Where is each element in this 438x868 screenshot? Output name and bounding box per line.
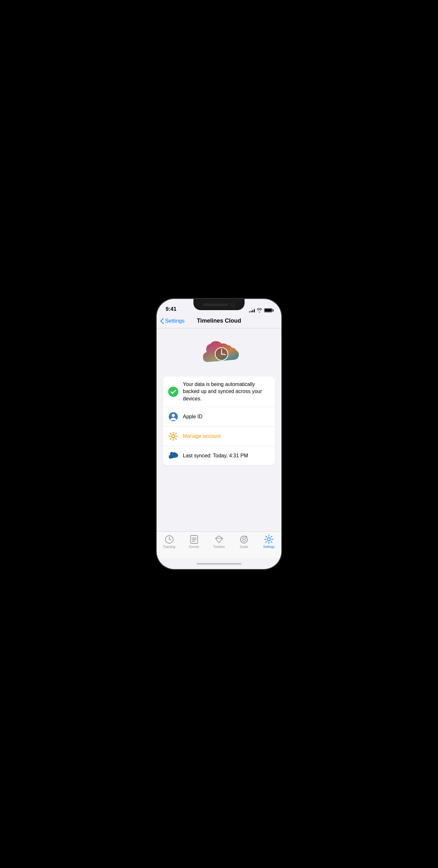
tab-bar: Tracking Events <box>157 531 281 558</box>
signal-bar-1 <box>249 311 250 312</box>
checkmark-icon <box>170 390 176 394</box>
signal-bar-3 <box>252 310 253 312</box>
cloud-clock-icon <box>200 338 241 370</box>
cloud-sync-icon <box>168 451 178 461</box>
goals-icon <box>239 535 248 544</box>
manage-account-label[interactable]: Manage account <box>183 433 221 439</box>
status-icons <box>249 308 272 312</box>
app-logo <box>200 338 238 367</box>
tracking-tab-label: Tracking <box>163 545 175 549</box>
gear-icon <box>168 431 178 441</box>
back-button[interactable]: Settings <box>161 318 184 324</box>
last-synced-text: Last synced: Today, 4:31 PM <box>183 452 248 459</box>
svg-line-9 <box>169 539 171 540</box>
tab-tracking[interactable]: Tracking <box>158 535 180 549</box>
svg-point-4 <box>221 353 222 354</box>
phone-frame: 9:41 <box>157 299 281 569</box>
signal-bar-4 <box>254 309 255 312</box>
manage-account-icon <box>168 431 178 441</box>
svg-point-17 <box>243 539 244 540</box>
timeline-icon <box>214 535 224 544</box>
signal-bars-icon <box>249 308 255 312</box>
settings-tab-label: Settings <box>263 545 275 549</box>
list-tab-icon <box>190 535 198 544</box>
home-bar <box>197 563 241 565</box>
notch <box>194 299 244 310</box>
notch-pill <box>203 303 228 306</box>
timeline-tab-label: Timeline <box>213 545 225 549</box>
gear-tab-icon <box>264 535 273 544</box>
events-icon <box>190 535 199 544</box>
sync-status-text: Your data is being automatically backed … <box>183 381 270 402</box>
goals-tab-label: Goals <box>240 545 248 549</box>
front-camera <box>231 303 235 307</box>
phone-screen: 9:41 <box>157 299 281 569</box>
wifi-icon <box>257 308 262 312</box>
signal-bar-2 <box>251 311 251 312</box>
apple-id-label: Apple ID <box>183 413 202 420</box>
last-synced-row: Last synced: Today, 4:31 PM <box>163 446 275 465</box>
page-title: Timelines Cloud <box>197 317 241 324</box>
main-content: Your data is being automatically backed … <box>157 329 281 531</box>
battery-icon <box>264 308 272 312</box>
home-indicator <box>157 558 281 569</box>
apple-id-icon <box>168 412 178 422</box>
tab-timeline[interactable]: Timeline <box>208 535 230 549</box>
person-circle-icon <box>168 412 178 422</box>
manage-account-row[interactable]: Manage account <box>163 427 275 446</box>
sync-status-row: Your data is being automatically backed … <box>163 376 275 407</box>
tracking-icon <box>165 535 174 544</box>
settings-icon <box>264 535 273 544</box>
back-chevron-icon <box>161 318 164 324</box>
nav-header: Settings Timelines Cloud <box>157 315 281 329</box>
battery-fill <box>265 309 272 312</box>
diamond-tab-icon <box>215 535 223 544</box>
info-card: Your data is being automatically backed … <box>163 376 275 465</box>
tab-events[interactable]: Events <box>183 535 205 549</box>
target-tab-icon <box>240 535 248 544</box>
check-circle-icon <box>168 386 178 397</box>
tab-goals[interactable]: Goals <box>233 535 255 549</box>
apple-id-row[interactable]: Apple ID <box>163 407 275 427</box>
status-time: 9:41 <box>166 306 176 312</box>
tab-settings[interactable]: Settings <box>258 535 280 549</box>
cloud-icon <box>168 452 178 460</box>
events-tab-label: Events <box>189 545 199 549</box>
svg-point-6 <box>172 414 175 417</box>
clock-tab-icon <box>165 535 174 544</box>
back-label: Settings <box>165 318 184 324</box>
svg-point-20 <box>267 538 270 541</box>
